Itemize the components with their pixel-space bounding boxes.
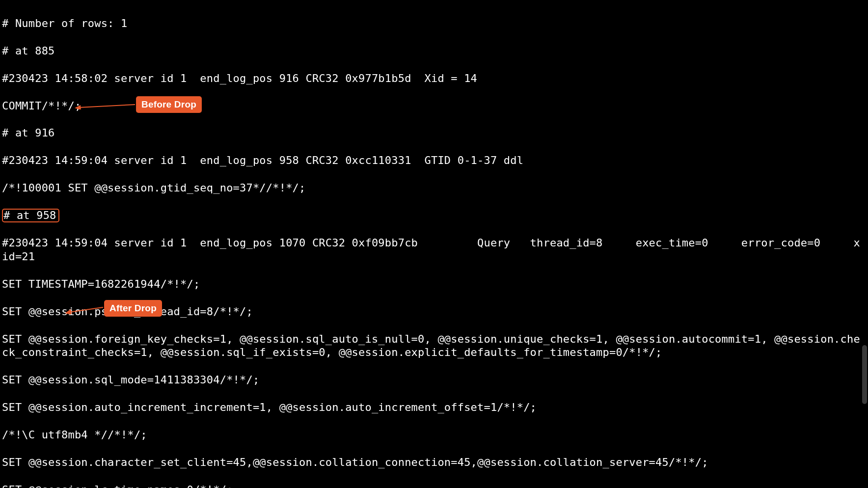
scrollbar-track[interactable] bbox=[861, 1, 868, 404]
log-line: SET @@session.character_set_client=45,@@… bbox=[2, 456, 866, 469]
log-line: SET @@session.foreign_key_checks=1, @@se… bbox=[2, 332, 866, 360]
log-line: # at 916 bbox=[2, 126, 866, 140]
log-line: SET TIMESTAMP=1682261944/*!*/; bbox=[2, 277, 866, 291]
log-line: #230423 14:59:04 server id 1 end_log_pos… bbox=[2, 154, 866, 167]
log-line: #230423 14:58:02 server id 1 end_log_pos… bbox=[2, 72, 866, 85]
log-line: /*!100001 SET @@session.gtid_seq_no=37*/… bbox=[2, 181, 866, 195]
log-line: SET @@session.sql_mode=1411383304/*!*/; bbox=[2, 373, 866, 387]
log-line: SET @@session.auto_increment_increment=1… bbox=[2, 401, 866, 414]
log-line: SET @@session.pseudo_thread_id=8/*!*/; bbox=[2, 305, 866, 319]
log-line: COMMIT/*!*/; bbox=[2, 99, 866, 113]
log-line: SET @@session.lc_time_names=0/*!*/; bbox=[2, 483, 866, 488]
log-line: # Number of rows: 1 bbox=[2, 17, 866, 30]
log-line: /*!\C utf8mb4 *//*!*/; bbox=[2, 428, 866, 442]
log-line: # at 885 bbox=[2, 44, 866, 58]
log-line: #230423 14:59:04 server id 1 end_log_pos… bbox=[2, 236, 866, 264]
scrollbar-thumb[interactable] bbox=[862, 345, 867, 404]
terminal-output[interactable]: # Number of rows: 1 # at 885 #230423 14:… bbox=[0, 0, 868, 488]
log-line-before-drop: # at 958 bbox=[2, 209, 866, 222]
highlight-before-drop: # at 958 bbox=[2, 209, 59, 222]
